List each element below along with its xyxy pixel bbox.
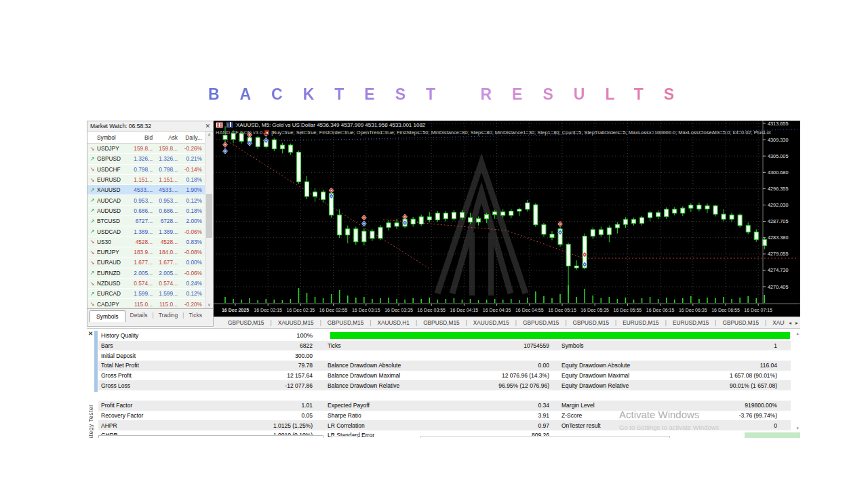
scrollbar-thumb[interactable]: [206, 194, 212, 238]
ask-value: 159.8...: [153, 145, 178, 152]
symbol-name: USDCHF: [97, 166, 130, 173]
scroll-down-icon[interactable]: ∨: [205, 302, 213, 308]
results-row[interactable]: Bars6822Ticks10754559Symbols1: [98, 341, 791, 351]
ask-value: 0.953...: [153, 197, 178, 204]
svg-text:4292.030: 4292.030: [768, 202, 788, 208]
trend-down-icon: ↘: [87, 146, 97, 152]
results-row[interactable]: Initial Deposit300.00: [98, 350, 791, 361]
market-watch-row[interactable]: ↘EURUSD1.151...1.151...0.18%: [87, 175, 205, 185]
tab-scroll-right-icon[interactable]: ▸: [795, 320, 798, 326]
market-watch-row[interactable]: ↗EURCAD1.599...1.599...0.12%: [87, 289, 205, 299]
results-row[interactable]: [98, 390, 791, 401]
market-watch-tab-ticks[interactable]: Ticks: [184, 310, 207, 320]
symbol-name: EURJPY: [97, 249, 130, 256]
market-watch-row[interactable]: ↗AUDUSD0.686...0.686...0.18%: [87, 206, 205, 216]
chart-tab[interactable]: GBPUSD,M15: [321, 319, 370, 326]
stat-label: Recovery Factor: [98, 412, 265, 419]
trend-up-icon: ↗: [87, 291, 97, 297]
market-watch-row[interactable]: ↘EURAUD1.677...1.677...0.00%: [87, 258, 205, 268]
ea-name: HAND OF GOD v3.0: [216, 129, 262, 136]
chart-tab[interactable]: XAUUSD,M15: [272, 319, 320, 326]
chart-tab[interactable]: GBPUSD,M15: [517, 319, 565, 326]
market-watch-row[interactable]: ↗USDCAD1.389...1.389...-0.06%: [87, 226, 205, 237]
stat-value: 96.95% (12 076.96): [458, 382, 549, 389]
stat-value: 1 657.08 (90.01%): [697, 372, 777, 379]
market-watch-row[interactable]: ↗XAUUSD4533....4533....1.90%: [87, 185, 205, 195]
svg-text:4309.330: 4309.330: [768, 137, 788, 143]
daily-change: -0.06%: [178, 270, 205, 277]
market-watch-row[interactable]: ↘USDCHF0.798...0.798...-0.14%: [87, 165, 205, 175]
market-watch-row[interactable]: ↘CADJPY115.0...115.0...-0.20%: [87, 299, 205, 308]
column-symbol[interactable]: Symbol: [97, 134, 130, 141]
scroll-down-icon[interactable]: ▾: [796, 426, 799, 431]
bid-value: 6727...: [130, 218, 153, 224]
chart-tab[interactable]: GBPUSD,M15: [717, 319, 765, 326]
ea-icon: [264, 130, 269, 135]
bid-value: 159.8...: [130, 145, 153, 152]
column-bid[interactable]: Bid: [130, 134, 153, 141]
svg-text:4305.005: 4305.005: [768, 153, 788, 159]
market-watch-row[interactable]: ↘US304528...4528...0.83%: [87, 237, 205, 247]
history-quality-progress-bar: [330, 332, 790, 339]
scroll-up-icon[interactable]: ▴: [796, 331, 799, 336]
scroll-up-icon[interactable]: ∧: [205, 132, 213, 138]
stat-value: 10754559: [458, 342, 549, 349]
market-watch-row[interactable]: ↗AUDCAD0.953...0.953...0.12%: [87, 195, 205, 205]
column-ask[interactable]: Ask: [153, 134, 178, 141]
partial-widget: [98, 435, 323, 438]
stat-value: 0.34: [458, 402, 549, 409]
tab-scroll-left-icon[interactable]: ◂: [789, 320, 791, 326]
partial-widget: [420, 436, 670, 438]
svg-text:4270.405: 4270.405: [768, 284, 788, 290]
market-watch-scrollbar[interactable]: ∧ ∨: [205, 131, 213, 308]
stat-value: 1: [697, 342, 777, 349]
page-title: BACKTEST RESULTS: [87, 85, 806, 104]
chart-tab[interactable]: XAUUSD,M15: [467, 319, 515, 326]
market-watch-tab-trading[interactable]: Trading: [154, 310, 183, 320]
market-watch-row[interactable]: ↘USDJPY159.8...159.8...-0.26%: [87, 144, 205, 154]
stat-label: Equity Drawdown Relative: [561, 382, 697, 389]
chart-tab[interactable]: GBPUSD,M15: [417, 319, 465, 326]
results-row[interactable]: Total Net Profit79.78Balance Drawdown Ab…: [98, 361, 791, 371]
chart-tab[interactable]: EURUSD,M15: [667, 319, 715, 326]
chart-tab[interactable]: GBPUSD,M15: [222, 319, 270, 326]
daily-change: 0.18%: [178, 207, 205, 214]
market-watch-tab-details[interactable]: Details: [125, 310, 153, 320]
bid-value: 115.0...: [130, 301, 153, 308]
daily-change: 2.00%: [178, 218, 205, 224]
stat-label: Bars: [98, 342, 265, 349]
symbol-name: EURUSD: [97, 176, 130, 183]
chart-tab[interactable]: XAUUSD,H1: [371, 319, 416, 326]
results-table: History Quality 100% Bars6822Ticks107545…: [98, 331, 791, 438]
chart-title: XAUUSD, M5: Gold vs US Dollar 4536.349 4…: [236, 122, 425, 128]
chart-tab[interactable]: GBPUSD,M15: [567, 319, 615, 326]
chart-canvas[interactable]: 4313.6554309.3304305.0054300.6804296.355…: [214, 121, 800, 317]
market-watch-row[interactable]: ↘NZDUSD0.574...0.574...0.24%: [87, 279, 205, 289]
column-daily[interactable]: Daily...: [178, 134, 205, 141]
stat-value: 79.78: [265, 362, 313, 369]
svg-text:16 Dec 03:55: 16 Dec 03:55: [417, 308, 446, 312]
ask-value: 0.798...: [153, 166, 178, 173]
bid-value: 0.798...: [130, 166, 153, 173]
market-watch-row[interactable]: ↗GBPUSD1.326...1.326...0.21%: [87, 154, 205, 164]
trend-down-icon: ↘: [87, 166, 97, 172]
market-watch-row[interactable]: ↗BTCUSD6727...6728...2.00%: [87, 216, 205, 226]
results-row[interactable]: Gross Loss-12 077.86Balance Drawdown Rel…: [98, 380, 791, 390]
ask-value: 1.326...: [153, 155, 178, 162]
close-icon[interactable]: ✕: [88, 330, 93, 337]
history-quality-value: 100%: [265, 332, 313, 339]
ask-value: 1.389...: [153, 228, 178, 235]
market-watch-row[interactable]: ↘EURJPY183.9...184.0...-0.08%: [87, 247, 205, 258]
market-watch-row[interactable]: ↗EURNZD2.005...2.005...-0.06%: [87, 268, 205, 279]
stat-label: Margin Level: [561, 402, 697, 409]
svg-text:16 Dec 06:55: 16 Dec 06:55: [711, 308, 740, 312]
close-icon[interactable]: ✕: [205, 123, 210, 129]
table-icon: [216, 122, 223, 128]
results-row[interactable]: Gross Profit12 157.64Balance Drawdown Ma…: [98, 371, 791, 381]
daily-change: 0.24%: [178, 280, 205, 287]
chart-tab[interactable]: EURUSD,M15: [616, 319, 665, 326]
chart-header-line2: HAND OF GOD v3.0 [Buy=true; Sell=true; F…: [216, 129, 799, 136]
activate-windows-subtext: Go to Settings to activate Windows: [619, 424, 719, 431]
svg-text:16 Dec 04:55: 16 Dec 04:55: [515, 308, 544, 312]
market-watch-tab-symbols[interactable]: Symbols: [90, 310, 125, 322]
